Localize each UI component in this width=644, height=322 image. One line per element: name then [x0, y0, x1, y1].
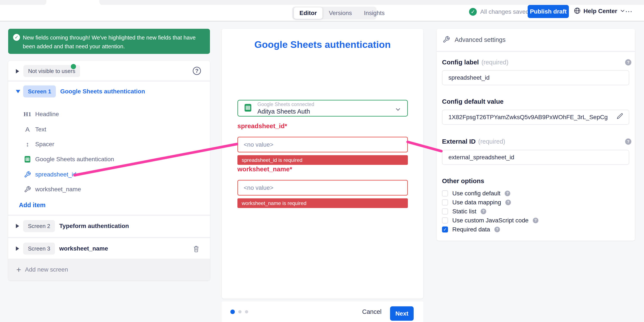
wrench-icon	[443, 36, 450, 44]
not-visible-section[interactable]: Not visible to users ?	[8, 61, 210, 80]
worksheet-name-input[interactable]	[238, 180, 408, 196]
connection-value: Aditya Sheets Auth	[258, 108, 314, 115]
divider	[8, 80, 210, 82]
chevron-right-icon[interactable]	[16, 224, 19, 228]
google-sheets-icon	[244, 104, 252, 113]
sidebar-item-spacer[interactable]: ↕ Spacer	[8, 138, 210, 151]
option-use-config-default[interactable]: Use config default ?	[442, 189, 510, 198]
h1-icon: H1	[23, 111, 32, 118]
config-default-title: Config default value	[442, 98, 504, 105]
chevron-down-icon	[620, 8, 625, 14]
preview-title: Google Sheets authentication	[222, 39, 423, 50]
worksheet-name-error: worksheet_name is required	[238, 198, 408, 208]
required-hint: (required)	[482, 59, 508, 66]
edit-pencil-icon[interactable]	[616, 113, 624, 121]
required-hint: (required)	[478, 138, 505, 145]
divider	[437, 51, 635, 52]
chevron-right-icon[interactable]	[16, 69, 19, 74]
tab-versions[interactable]: Versions	[323, 7, 358, 19]
delete-screen-button[interactable]	[193, 245, 200, 253]
google-sheets-connection-dropdown[interactable]: Google Sheets connected Aditya Sheets Au…	[238, 100, 408, 116]
help-icon[interactable]: ?	[193, 67, 201, 75]
view-switcher: Editor Versions Insights	[292, 7, 376, 20]
worksheet-name-label: worksheet_name*	[238, 166, 292, 173]
divider	[8, 237, 210, 238]
screens-sidebar: Not visible to users ? Screen 1 Google S…	[8, 61, 210, 280]
checkbox-icon[interactable]	[442, 200, 448, 206]
screen-1-header[interactable]: Screen 1 Google Sheets authentication	[8, 83, 210, 100]
chevron-down-icon	[395, 106, 401, 113]
checkbox-icon[interactable]: ✓	[442, 226, 448, 232]
pagination-dots	[230, 302, 248, 322]
screen-2-title: Typeform authentication	[59, 222, 129, 230]
item-label: Text	[35, 126, 46, 133]
chevron-right-icon[interactable]	[16, 246, 19, 251]
sidebar-item-headline[interactable]: H1 Headline	[8, 107, 210, 121]
more-menu-button[interactable]: ⋯	[625, 7, 633, 16]
publish-draft-button[interactable]: Publish draft	[528, 5, 569, 18]
next-button[interactable]: Next	[390, 306, 414, 321]
spreadsheet-id-input[interactable]	[238, 137, 408, 152]
advanced-settings-header: Advanced settings	[437, 29, 635, 51]
screen-3-header[interactable]: Screen 3 worksheet_name	[8, 240, 210, 257]
sidebar-item-google-sheets-auth[interactable]: Google Sheets authentication	[8, 152, 210, 166]
add-new-screen-label: Add new screen	[25, 266, 68, 273]
help-icon[interactable]: ?	[625, 138, 631, 145]
save-status-text: All changes saved	[480, 8, 529, 15]
option-use-data-mapping[interactable]: Use data mapping ?	[442, 198, 511, 207]
page-dot-3[interactable]	[245, 310, 248, 314]
sidebar-item-spreadsheet-id[interactable]: spreadsheet_id	[8, 168, 210, 182]
config-label-row: Config label (required)	[442, 58, 508, 66]
sidebar-item-worksheet-name[interactable]: worksheet_name	[8, 182, 210, 196]
sidebar-item-text[interactable]: A Text	[8, 122, 210, 136]
checkbox-icon[interactable]	[442, 190, 448, 196]
page-dot-2[interactable]	[238, 310, 242, 314]
help-icon[interactable]: ?	[494, 227, 500, 232]
config-default-row: Config default value	[442, 98, 504, 105]
item-label: Google Sheets authentication	[35, 156, 114, 163]
tab-editor[interactable]: Editor	[294, 7, 322, 19]
external-id-title: External ID	[442, 138, 476, 145]
screen-1-title: Google Sheets authentication	[60, 88, 145, 95]
option-use-custom-javascript[interactable]: Use custom JavaScript code ?	[442, 216, 538, 225]
help-icon[interactable]: ?	[533, 218, 538, 223]
tab-insights[interactable]: Insights	[358, 7, 390, 19]
add-item-button[interactable]: Add item	[19, 202, 46, 209]
external-id-row: External ID (required)	[442, 138, 505, 145]
google-sheets-icon	[23, 156, 32, 163]
option-label: Use custom JavaScript code	[452, 217, 528, 224]
help-icon[interactable]: ?	[505, 190, 510, 196]
globe-icon	[574, 7, 581, 15]
app-header: Editor Versions Insights ✓ All changes s…	[0, 5, 644, 22]
config-label-input[interactable]	[442, 70, 629, 85]
help-center-menu[interactable]: Help Center	[574, 7, 625, 15]
advanced-settings-title: Advanced settings	[455, 36, 506, 43]
option-label: Required data	[452, 226, 490, 233]
option-static-list[interactable]: Static list ?	[442, 207, 486, 216]
screen-3-title: worksheet_name	[59, 245, 108, 252]
help-icon[interactable]: ?	[481, 209, 486, 214]
help-icon[interactable]: ?	[625, 59, 631, 66]
add-new-screen-button[interactable]: + Add new screen	[8, 259, 210, 280]
external-id-input[interactable]	[442, 150, 629, 165]
preview-footer: Cancel Next	[222, 302, 423, 322]
help-icon[interactable]: ?	[505, 200, 511, 205]
connection-caption: Google Sheets connected	[258, 102, 314, 107]
config-default-input[interactable]	[442, 110, 629, 125]
screen-2-header[interactable]: Screen 2 Typeform authentication	[8, 218, 210, 234]
screen-2-pill: Screen 2	[23, 220, 55, 232]
notification-dot	[71, 64, 76, 69]
option-required-data[interactable]: ✓ Required data ?	[442, 225, 500, 234]
spacer-icon: ↕	[23, 140, 32, 148]
check-circle-icon: ✓	[469, 8, 477, 16]
checkbox-icon[interactable]	[442, 208, 448, 214]
help-center-label: Help Center	[584, 8, 617, 14]
cancel-button[interactable]: Cancel	[362, 302, 382, 322]
chevron-down-icon[interactable]	[16, 90, 20, 93]
checkbox-icon[interactable]	[442, 218, 448, 224]
advanced-settings-panel: Advanced settings Config label (required…	[437, 29, 635, 241]
wrench-icon	[23, 186, 32, 193]
page-dot-1[interactable]	[230, 310, 235, 314]
spreadsheet-id-error: spreadsheet_id is required	[238, 155, 408, 165]
plus-icon: +	[16, 266, 21, 274]
